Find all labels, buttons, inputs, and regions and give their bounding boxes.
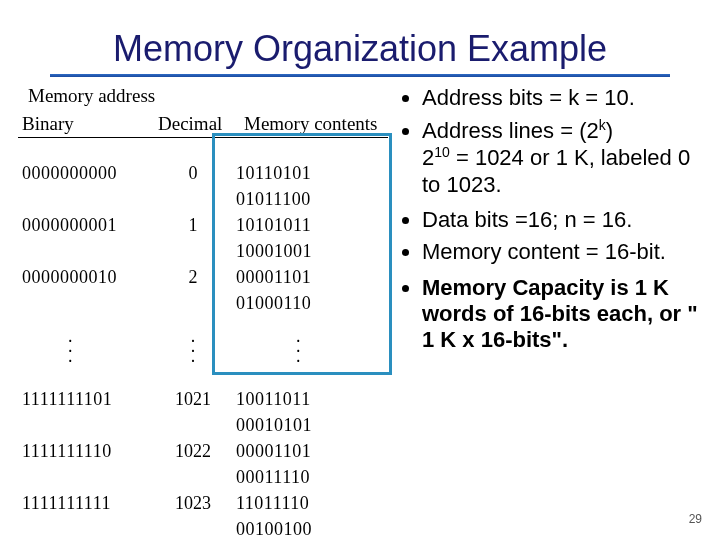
text: Address lines = (2 xyxy=(422,118,599,143)
bullet-address-lines-line2: 210 = 1024 or 1 K, labeled 0 to 1023. xyxy=(422,144,710,197)
cell-contents: 11011110 00100100 xyxy=(228,490,388,540)
cell-binary: 0000000000 xyxy=(18,160,158,212)
cell-binary: 0000000010 xyxy=(18,264,158,316)
cell-binary: 1111111110 xyxy=(18,438,158,490)
figure-column-headers: Binary Decimal Memory contents xyxy=(18,113,398,135)
cell-decimal: 1022 xyxy=(158,438,228,490)
slide-title: Memory Organization Example xyxy=(0,0,720,74)
ellipsis-icon: ··· xyxy=(228,316,388,386)
figure-super-header: Memory address xyxy=(18,85,398,107)
text: ) xyxy=(606,118,613,143)
cell-contents: 10011011 00010101 xyxy=(228,386,388,438)
col-contents: Memory contents xyxy=(228,113,388,135)
cell-decimal: 1 xyxy=(158,212,228,264)
bullet-address-lines: Address lines = (2k) 210 = 1024 or 1 K, … xyxy=(422,117,710,198)
table-row: 1111111110 1022 00001101 00011110 xyxy=(18,438,398,490)
superscript-10: 10 xyxy=(434,144,450,160)
table-row: 0000000001 1 10101011 10001001 xyxy=(18,212,398,264)
ellipsis-icon: ··· xyxy=(158,316,228,386)
cell-contents: 00001101 00011110 xyxy=(228,438,388,490)
cell-contents: 10101011 10001001 xyxy=(228,212,388,264)
cell-binary: 0000000001 xyxy=(18,212,158,264)
ellipsis-row: ··· ··· ··· xyxy=(18,316,398,386)
cell-binary: 1111111111 xyxy=(18,490,158,540)
header-rule xyxy=(18,137,388,138)
text: 2 xyxy=(422,146,434,171)
cell-binary: 1111111101 xyxy=(18,386,158,438)
bullet-data-bits: Data bits =16; n = 16. xyxy=(422,207,710,233)
content-area: Memory address Binary Decimal Memory con… xyxy=(0,85,720,540)
title-underline xyxy=(50,74,670,77)
figure-rows: 0000000000 0 10110101 01011100 000000000… xyxy=(18,160,398,540)
text: Memory Capacity is 1 K words of 16-bits … xyxy=(422,275,687,326)
ellipsis-icon: ··· xyxy=(18,316,158,386)
table-row: 1111111101 1021 10011011 00010101 xyxy=(18,386,398,438)
text: = 1024 or 1 K, labeled 0 to 1023. xyxy=(422,146,690,197)
bullet-memory-content: Memory content = 16-bit. xyxy=(422,239,710,265)
cell-decimal: 1023 xyxy=(158,490,228,540)
cell-contents: 10110101 01011100 xyxy=(228,160,388,212)
table-row: 1111111111 1023 11011110 00100100 xyxy=(18,490,398,540)
table-row: 0000000010 2 00001101 01000110 xyxy=(18,264,398,316)
superscript-k: k xyxy=(599,117,606,133)
cell-decimal: 2 xyxy=(158,264,228,316)
bullet-list: Address bits = k = 10. Address lines = (… xyxy=(398,85,710,540)
bullet-address-bits: Address bits = k = 10. xyxy=(422,85,710,111)
col-binary: Binary xyxy=(18,113,158,135)
bullet-memory-capacity: Memory Capacity is 1 K words of 16-bits … xyxy=(422,275,710,353)
cell-decimal: 1021 xyxy=(158,386,228,438)
col-decimal: Decimal xyxy=(158,113,228,135)
memory-figure: Memory address Binary Decimal Memory con… xyxy=(18,85,398,540)
page-number: 29 xyxy=(689,512,702,526)
cell-decimal: 0 xyxy=(158,160,228,212)
table-row: 0000000000 0 10110101 01011100 xyxy=(18,160,398,212)
cell-contents: 00001101 01000110 xyxy=(228,264,388,316)
